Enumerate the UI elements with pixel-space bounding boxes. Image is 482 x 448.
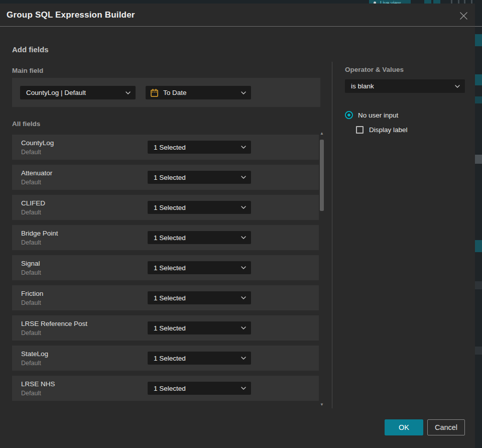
- no-user-input-radio[interactable]: [345, 111, 353, 119]
- field-selected-dropdown[interactable]: 1 Selected: [148, 171, 251, 184]
- field-subtitle: Default: [21, 299, 41, 306]
- field-selected-dropdown[interactable]: 1 Selected: [148, 382, 251, 395]
- field-name: LRSE NHS: [21, 380, 55, 388]
- operator-dropdown[interactable]: is blank: [345, 79, 465, 93]
- field-row: CLIFED Default 1 Selected: [12, 195, 319, 220]
- field-selected-dropdown[interactable]: 1 Selected: [148, 321, 251, 334]
- field-name: Friction: [21, 290, 43, 297]
- field-type-dropdown[interactable]: To Date: [146, 86, 251, 99]
- all-fields-label: All fields: [12, 120, 40, 128]
- display-label-option[interactable]: Display label: [356, 126, 408, 134]
- close-button[interactable]: [457, 10, 469, 22]
- field-row: Signal Default 1 Selected: [12, 255, 319, 280]
- main-field-dropdown-value: CountyLog | Default: [26, 89, 122, 96]
- background-app-edge: [475, 0, 482, 448]
- panel-divider: [332, 62, 332, 408]
- field-selected-dropdown[interactable]: 1 Selected: [148, 352, 251, 365]
- field-row: LRSE Reference Post Default 1 Selected: [12, 315, 319, 341]
- chevron-down-icon: [126, 91, 131, 94]
- field-name: StateLog: [21, 350, 48, 358]
- chevron-down-icon: [455, 85, 460, 88]
- background-edge-line: [475, 26, 482, 27]
- field-selected-value: 1 Selected: [154, 385, 237, 392]
- chevron-down-icon: [241, 206, 246, 209]
- close-icon: [459, 11, 468, 21]
- all-fields-list: CountyLog Default 1 Selected Attenuator …: [12, 135, 319, 406]
- background-edge-fragment: [475, 96, 482, 103]
- field-selected-value: 1 Selected: [154, 204, 237, 211]
- chevron-down-icon: [241, 91, 246, 94]
- chevron-down-icon: [241, 146, 246, 149]
- chevron-down-icon: [241, 326, 246, 329]
- main-field-panel: CountyLog | Default To Date: [12, 78, 320, 107]
- field-name: Signal: [21, 260, 40, 267]
- field-name: CLIFED: [21, 199, 45, 207]
- field-row: Attenuator Default 1 Selected: [12, 165, 319, 190]
- background-edge-fragment: [475, 240, 482, 252]
- field-row: LRSE NHS Default 1 Selected: [12, 376, 319, 401]
- field-selected-dropdown[interactable]: 1 Selected: [148, 291, 251, 304]
- field-selected-dropdown[interactable]: 1 Selected: [148, 201, 251, 214]
- display-label-checkbox[interactable]: [356, 126, 364, 134]
- field-subtitle: Default: [21, 239, 41, 246]
- field-subtitle: Default: [21, 179, 41, 186]
- field-selected-value: 1 Selected: [154, 324, 237, 332]
- field-selected-value: 1 Selected: [154, 144, 237, 151]
- background-edge-fragment: [475, 34, 482, 46]
- background-edge-fragment: [475, 281, 482, 289]
- field-selected-value: 1 Selected: [154, 174, 237, 181]
- field-subtitle: Default: [21, 390, 41, 397]
- field-type-dropdown-value: To Date: [163, 89, 237, 96]
- background-edge-fragment: [475, 155, 482, 164]
- screen: Live view Group SQL Expression Builder A: [0, 0, 482, 448]
- field-selected-value: 1 Selected: [154, 264, 237, 272]
- field-row: CountyLog Default 1 Selected: [12, 135, 319, 160]
- operator-dropdown-value: is blank: [351, 82, 451, 90]
- operator-values-label: Operator & Values: [345, 66, 404, 73]
- field-row: Bridge Point Default 1 Selected: [12, 225, 319, 250]
- field-selected-value: 1 Selected: [154, 234, 237, 242]
- chevron-down-icon: [241, 236, 246, 239]
- field-selected-dropdown[interactable]: 1 Selected: [148, 261, 251, 274]
- field-row: Friction Default 1 Selected: [12, 285, 319, 310]
- dialog-title: Group SQL Expression Builder: [7, 10, 135, 20]
- field-selected-dropdown[interactable]: 1 Selected: [148, 141, 251, 154]
- add-fields-heading: Add fields: [12, 45, 49, 54]
- chevron-down-icon: [241, 387, 246, 390]
- scroll-down-arrow-icon[interactable]: ▼: [319, 402, 324, 407]
- field-subtitle: Default: [21, 209, 41, 216]
- field-row: StateLog Default 1 Selected: [12, 346, 319, 371]
- fields-scrollbar[interactable]: ▲ ▼: [319, 131, 324, 407]
- calendar-icon: [150, 88, 159, 97]
- field-subtitle: Default: [21, 329, 41, 337]
- field-subtitle: Default: [21, 360, 41, 367]
- field-selected-dropdown[interactable]: 1 Selected: [148, 231, 251, 244]
- no-user-input-label: No user input: [358, 111, 398, 119]
- cancel-button[interactable]: Cancel: [427, 419, 465, 435]
- field-name: Attenuator: [21, 169, 52, 177]
- scrollbar-thumb[interactable]: [320, 140, 324, 211]
- field-name: CountyLog: [21, 139, 54, 147]
- chevron-down-icon: [241, 266, 246, 269]
- background-edge-fragment: [475, 74, 482, 85]
- display-label-label: Display label: [369, 126, 408, 134]
- no-user-input-option[interactable]: No user input: [345, 111, 398, 119]
- chevron-down-icon: [241, 176, 246, 179]
- scroll-up-arrow-icon[interactable]: ▲: [319, 131, 324, 136]
- field-name: Bridge Point: [21, 230, 58, 237]
- field-selected-value: 1 Selected: [154, 355, 237, 362]
- ok-button[interactable]: OK: [385, 419, 423, 435]
- main-field-dropdown[interactable]: CountyLog | Default: [20, 86, 136, 99]
- background-edge-fragment: [475, 347, 482, 355]
- chevron-down-icon: [241, 357, 246, 360]
- group-sql-expression-builder-dialog: Group SQL Expression Builder Add fields …: [0, 4, 475, 448]
- field-selected-value: 1 Selected: [154, 294, 237, 302]
- field-name: LRSE Reference Post: [21, 320, 87, 327]
- dialog-header: Group SQL Expression Builder: [0, 4, 475, 27]
- field-subtitle: Default: [21, 149, 41, 156]
- chevron-down-icon: [241, 296, 246, 299]
- field-subtitle: Default: [21, 269, 41, 276]
- main-field-label: Main field: [12, 67, 43, 74]
